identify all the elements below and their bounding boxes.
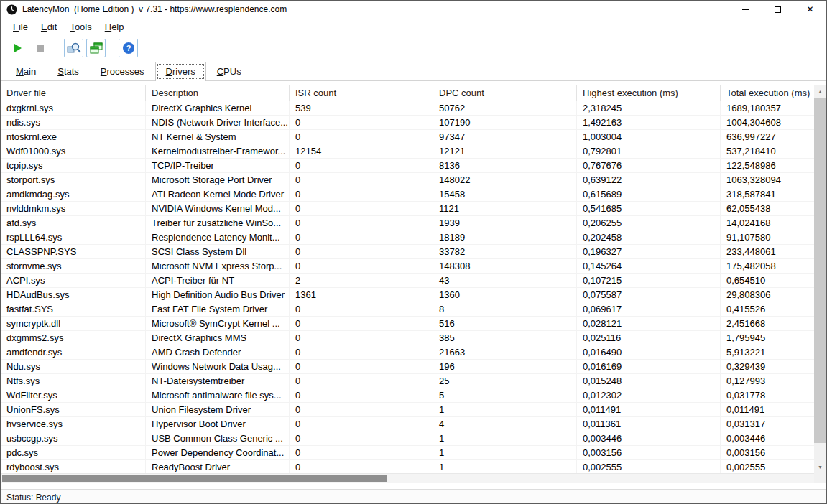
menu-tools[interactable]: Tools xyxy=(63,19,98,34)
vertical-scrollbar-thumb[interactable] xyxy=(814,98,826,443)
table-row[interactable]: rdyboost.sysReadyBoost Driver010,0025550… xyxy=(1,460,816,473)
table-row[interactable]: usbccgp.sysUSB Common Class Generic ...0… xyxy=(1,431,816,446)
column-header-description[interactable]: Description xyxy=(146,85,290,101)
table-row[interactable]: afd.sysTreiber für zusätzliche WinSo...0… xyxy=(1,216,816,230)
horizontal-scrollbar-thumb[interactable] xyxy=(2,475,387,482)
cell-isr-count: 0 xyxy=(290,431,433,445)
table-row[interactable]: ACPI.sysACPI-Treiber für NT2430,1072150,… xyxy=(1,274,816,288)
column-header-dpc-count[interactable]: DPC count xyxy=(433,85,577,101)
cell-total-execution: 0,011491 xyxy=(721,403,816,416)
maximize-button[interactable] xyxy=(762,1,794,18)
table-row[interactable]: dxgkrnl.sysDirectX Graphics Kernel539507… xyxy=(1,101,816,116)
table-row[interactable]: ndis.sysNDIS (Network Driver Interface..… xyxy=(1,116,816,130)
cell-highest-execution: 0,011491 xyxy=(577,403,721,416)
cell-highest-execution: 0,069617 xyxy=(577,302,721,316)
table-row[interactable]: UnionFS.sysUnion Filesystem Driver010,01… xyxy=(1,403,816,417)
cell-total-execution: 175,482058 xyxy=(721,259,816,273)
cell-isr-count: 0 xyxy=(290,331,433,345)
cell-total-execution: 537,218410 xyxy=(721,144,816,158)
tab-cpus[interactable]: CPUs xyxy=(206,62,252,80)
cell-total-execution: 1689,180357 xyxy=(721,101,816,115)
latencymon-window: LatencyMon (Home Edition ) v 7.31 - http… xyxy=(0,0,827,504)
stop-monitor-button[interactable] xyxy=(30,39,50,57)
table-row[interactable]: pdc.sysPower Dependency Coordinat...010,… xyxy=(1,446,816,460)
cell-description: DirectX Graphics MMS xyxy=(146,331,290,345)
close-button[interactable]: ✕ xyxy=(794,1,826,18)
start-monitor-button[interactable] xyxy=(8,39,27,57)
tab-main[interactable]: Main xyxy=(5,62,47,80)
cell-total-execution: 0,329439 xyxy=(721,360,816,373)
cell-highest-execution: 0,196327 xyxy=(577,245,721,258)
analyze-button[interactable] xyxy=(64,39,83,57)
table-row[interactable]: storport.sysMicrosoft Storage Port Drive… xyxy=(1,173,816,187)
horizontal-scrollbar[interactable] xyxy=(1,473,816,483)
table-row[interactable]: dxgmms2.sysDirectX Graphics MMS03850,025… xyxy=(1,331,816,345)
help-icon: ? xyxy=(122,42,135,55)
column-header-total-execution[interactable]: Total execution (ms) xyxy=(721,85,816,101)
cell-total-execution: 318,587841 xyxy=(721,187,816,201)
menu-edit[interactable]: Edit xyxy=(34,19,63,34)
scroll-down-icon[interactable]: ▼ xyxy=(814,461,826,473)
cell-driver-file: amdfendr.sys xyxy=(1,345,146,359)
cell-total-execution: 122,548986 xyxy=(721,159,816,172)
table-row[interactable]: Wdf01000.sysKernelmodustreiber-Framewor.… xyxy=(1,144,816,159)
cascade-windows-icon xyxy=(90,42,103,54)
cell-isr-count: 0 xyxy=(290,374,433,388)
tab-processes[interactable]: Processes xyxy=(90,62,155,80)
table-row[interactable]: nvlddmkm.sysNVIDIA Windows Kernel Mod...… xyxy=(1,202,816,216)
table-row[interactable]: tcpip.sysTCP/IP-Treiber081360,767676122,… xyxy=(1,159,816,173)
cell-dpc-count: 5 xyxy=(433,388,577,402)
cell-driver-file: fastfat.SYS xyxy=(1,302,146,316)
table-row[interactable]: Ntfs.sysNT-Dateisystemtreiber0250,015248… xyxy=(1,374,816,388)
cell-highest-execution: 1,003004 xyxy=(577,130,721,144)
table-row[interactable]: Ndu.sysWindows Network Data Usag...01960… xyxy=(1,360,816,374)
cell-description: ACPI-Treiber für NT xyxy=(146,274,290,287)
table-row[interactable]: stornvme.sysMicrosoft NVM Express Storp.… xyxy=(1,259,816,274)
cell-total-execution: 1004,304608 xyxy=(721,116,816,129)
cell-total-execution: 62,055438 xyxy=(721,202,816,215)
table-row[interactable]: hvservice.sysHypervisor Boot Driver040,0… xyxy=(1,417,816,431)
status-text: Status: Ready xyxy=(6,493,60,503)
cell-driver-file: ntoskrnl.exe xyxy=(1,130,146,144)
scroll-up-icon[interactable]: ▲ xyxy=(814,85,826,98)
cell-dpc-count: 1 xyxy=(433,431,577,445)
cell-dpc-count: 107190 xyxy=(433,116,577,129)
cell-highest-execution: 0,792801 xyxy=(577,144,721,158)
table-row[interactable]: symcryptk.dllMicrosoft® SymCrypt Kernel … xyxy=(1,317,816,331)
table-row[interactable]: WdFilter.sysMicrosoft antimalware file s… xyxy=(1,388,816,403)
cell-description: Fast FAT File System Driver xyxy=(146,302,290,316)
tab-stats[interactable]: Stats xyxy=(47,62,90,80)
minimize-button[interactable] xyxy=(729,1,762,18)
windows-button[interactable] xyxy=(86,39,106,57)
menu-file[interactable]: File xyxy=(6,19,34,34)
help-button[interactable]: ? xyxy=(119,39,138,57)
cell-highest-execution: 0,202458 xyxy=(577,230,721,244)
table-row[interactable]: fastfat.SYSFast FAT File System Driver08… xyxy=(1,302,816,317)
scrollbar-corner xyxy=(814,473,826,483)
window-controls: ✕ xyxy=(729,1,826,18)
cell-driver-file: afd.sys xyxy=(1,216,146,230)
cell-driver-file: HDAudBus.sys xyxy=(1,288,146,302)
table-row[interactable]: HDAudBus.sysHigh Definition Audio Bus Dr… xyxy=(1,288,816,302)
column-header-highest-execution[interactable]: Highest execution (ms) xyxy=(577,85,721,101)
vertical-scrollbar[interactable]: ▲ ▼ xyxy=(814,85,826,473)
cell-description: Microsoft Storage Port Driver xyxy=(146,173,290,187)
cell-highest-execution: 0,012302 xyxy=(577,388,721,402)
cell-driver-file: dxgkrnl.sys xyxy=(1,101,146,115)
table-row[interactable]: ntoskrnl.exeNT Kernel & System0973471,00… xyxy=(1,130,816,144)
table-row[interactable]: CLASSPNP.SYSSCSI Class System Dll0337820… xyxy=(1,245,816,259)
cell-description: DirectX Graphics Kernel xyxy=(146,101,290,115)
cell-total-execution: 0,654510 xyxy=(721,274,816,287)
column-header-driver-file[interactable]: Driver file xyxy=(1,85,146,101)
cell-highest-execution: 0,541685 xyxy=(577,202,721,215)
table-row[interactable]: amdfendr.sysAMD Crash Defender0216630,01… xyxy=(1,345,816,360)
table-row[interactable]: rspLLL64.sysResplendence Latency Monit..… xyxy=(1,230,816,245)
play-icon xyxy=(13,43,23,53)
menu-help[interactable]: Help xyxy=(98,19,131,34)
table-row[interactable]: amdkmdag.sysATI Radeon Kernel Mode Drive… xyxy=(1,187,816,202)
cell-highest-execution: 0,145264 xyxy=(577,259,721,273)
tab-drivers[interactable]: Drivers xyxy=(155,62,206,81)
column-header-isr-count[interactable]: ISR count xyxy=(290,85,433,101)
cell-isr-count: 1361 xyxy=(290,288,433,302)
cell-isr-count: 12154 xyxy=(290,144,433,158)
